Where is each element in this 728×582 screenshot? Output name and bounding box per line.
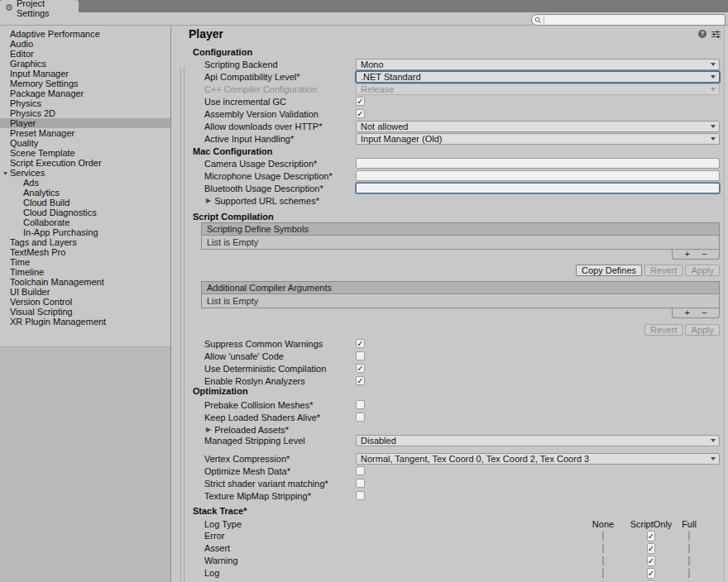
sidebar-item-time[interactable]: Time [0, 257, 170, 267]
preset-icon[interactable] [711, 30, 721, 39]
sidebar-item-input-manager[interactable]: Input Manager [0, 69, 170, 79]
input-handling-dropdown[interactable]: Input Manager (Old) [356, 133, 720, 145]
remove-item-button[interactable]: − [702, 250, 706, 258]
deterministic-compilation-checkbox[interactable]: ✓ [356, 364, 365, 373]
search-box[interactable] [531, 14, 726, 26]
foldout-closed-icon[interactable]: ▶ [206, 197, 211, 204]
sidebar-item-toolchain-management[interactable]: Toolchain Management [0, 277, 170, 287]
suppress-warnings-checkbox[interactable]: ✓ [356, 339, 365, 348]
sidebar-item-label: TextMesh Pro [10, 247, 65, 257]
sidebar-item-package-manager[interactable]: Package Manager [0, 88, 170, 98]
optimize-mesh-checkbox[interactable] [356, 466, 365, 475]
sidebar-item-ui-builder[interactable]: UI Builder [0, 287, 170, 297]
assert-scriptonly-checkbox[interactable]: ✓ [647, 543, 655, 554]
add-item-button[interactable]: + [684, 309, 689, 317]
list-header: Additional Compiler Arguments [201, 281, 720, 294]
cpp-compiler-dropdown: Release [356, 83, 720, 95]
sidebar-item-player[interactable]: Player [0, 118, 170, 128]
sidebar-item-in-app-purchasing[interactable]: In-App Purchasing [0, 227, 170, 237]
sidebar-item-graphics[interactable]: Graphics [0, 59, 170, 69]
sidebar-item-services[interactable]: ▼Services [0, 168, 170, 178]
strict-shader-checkbox[interactable] [356, 479, 365, 488]
sidebar-item-physics[interactable]: Physics [0, 98, 170, 108]
warning-scriptonly-checkbox[interactable]: ✓ [647, 556, 655, 566]
sidebar-item-label: Cloud Diagnostics [23, 208, 97, 217]
sidebar-item-label: Physics [10, 98, 41, 108]
roslyn-analyzers-checkbox[interactable]: ✓ [356, 376, 365, 385]
assert-full-checkbox[interactable] [688, 543, 690, 554]
sidebar-item-collaborate[interactable]: Collaborate [0, 217, 170, 227]
sidebar-item-cloud-build[interactable]: Cloud Build [0, 198, 170, 208]
assert-none-checkbox[interactable] [602, 543, 604, 554]
camera-usage-input[interactable] [356, 158, 720, 169]
remove-item-button[interactable]: − [702, 309, 706, 317]
row-deterministic-compilation: Use Deterministic Compilation ✓ [204, 362, 720, 374]
assembly-validation-checkbox[interactable]: ✓ [356, 109, 365, 118]
error-full-checkbox[interactable] [688, 531, 690, 541]
sidebar-item-visual-scripting[interactable]: Visual Scripting [0, 307, 170, 317]
sidebar-item-adaptive-performance[interactable]: Adaptive Performance [0, 29, 170, 39]
section-mac-configuration: Mac Configuration [193, 146, 273, 157]
sidebar-item-label: Services [10, 168, 45, 178]
error-scriptonly-checkbox[interactable]: ✓ [647, 531, 655, 541]
incremental-gc-checkbox[interactable]: ✓ [356, 97, 365, 106]
sidebar-item-version-control[interactable]: Version Control [0, 297, 170, 307]
vertical-scrollbar[interactable] [724, 26, 728, 582]
log-full-checkbox[interactable] [688, 568, 690, 579]
sidebar-item-quality[interactable]: Quality [0, 138, 170, 148]
prebake-collision-checkbox[interactable] [356, 400, 365, 409]
foldout-closed-icon[interactable]: ▶ [206, 426, 211, 433]
section-stack-trace: Stack Trace* [193, 506, 247, 517]
warning-full-checkbox[interactable] [688, 556, 690, 566]
unsafe-code-checkbox[interactable] [356, 351, 365, 360]
sidebar-item-memory-settings[interactable]: Memory Settings [0, 79, 170, 88]
field-label: Enable Roslyn Analyzers [204, 376, 356, 386]
api-compatibility-dropdown[interactable]: .NET Standard [356, 71, 720, 83]
sidebar-item-tags-and-layers[interactable]: Tags and Layers [0, 237, 170, 247]
search-input[interactable] [544, 16, 725, 24]
sidebar-item-xr-plugin-management[interactable]: XR Plugin Management [0, 317, 170, 327]
apply-button: Apply [685, 265, 720, 276]
keep-shaders-checkbox[interactable] [356, 413, 365, 422]
add-item-button[interactable]: + [684, 250, 689, 258]
field-label: Active Input Handling* [204, 134, 356, 144]
sidebar-item-ads[interactable]: Ads [0, 178, 170, 188]
copy-defines-button[interactable]: Copy Defines [576, 265, 642, 276]
field-label: Warning [204, 556, 356, 565]
scripting-backend-dropdown[interactable]: Mono [356, 59, 720, 70]
sidebar-item-timeline[interactable]: Timeline [0, 267, 170, 277]
section-optimization: Optimization [193, 386, 248, 397]
microphone-usage-input[interactable] [356, 170, 720, 181]
field-label: Assembly Version Validation [204, 109, 356, 119]
sidebar-item-preset-manager[interactable]: Preset Manager [0, 128, 170, 138]
log-scriptonly-checkbox[interactable]: ✓ [647, 568, 655, 579]
tab-title: Project Settings [17, 0, 79, 18]
stripping-level-dropdown[interactable]: Disabled [356, 435, 720, 446]
sidebar-item-label: Analytics [23, 188, 60, 198]
log-none-checkbox[interactable] [602, 568, 604, 579]
http-downloads-dropdown[interactable]: Not allowed [356, 121, 720, 132]
list-empty-text: List is Empty [201, 236, 720, 250]
sidebar-item-script-execution-order[interactable]: Script Execution Order [0, 158, 170, 168]
sidebar-item-editor[interactable]: Editor [0, 49, 170, 59]
sidebar-item-analytics[interactable]: Analytics [0, 188, 170, 198]
row-suppress-warnings: Suppress Common Warnings ✓ [204, 337, 720, 350]
bluetooth-usage-input[interactable] [356, 183, 720, 193]
sidebar-item-physics-2d[interactable]: Physics 2D [0, 108, 170, 118]
sidebar-item-textmesh-pro[interactable]: TextMesh Pro [0, 247, 170, 257]
mipmap-stripping-checkbox[interactable] [356, 491, 365, 500]
sidebar-item-audio[interactable]: Audio [0, 39, 170, 49]
row-supported-url-schemes[interactable]: ▶ Supported URL schemes* [204, 194, 720, 207]
row-unsafe-code: Allow 'unsafe' Code [204, 350, 720, 362]
help-icon[interactable]: ? [698, 30, 706, 38]
error-none-checkbox[interactable] [602, 531, 604, 541]
tab-project-settings[interactable]: ⚙ Project Settings [0, 0, 79, 16]
warning-none-checkbox[interactable] [602, 556, 604, 566]
list-header: Scripting Define Symbols [201, 222, 720, 236]
vertex-compression-dropdown[interactable]: Normal, Tangent, Tex Coord 0, Tex Coord … [356, 453, 720, 465]
chevron-down-icon [711, 137, 716, 141]
sidebar-item-cloud-diagnostics[interactable]: Cloud Diagnostics [0, 208, 170, 217]
row-vertex-compression: Vertex Compression* Normal, Tangent, Tex… [204, 452, 720, 465]
sidebar-item-label: Graphics [10, 59, 46, 69]
sidebar-item-scene-template[interactable]: Scene Template [0, 148, 170, 158]
